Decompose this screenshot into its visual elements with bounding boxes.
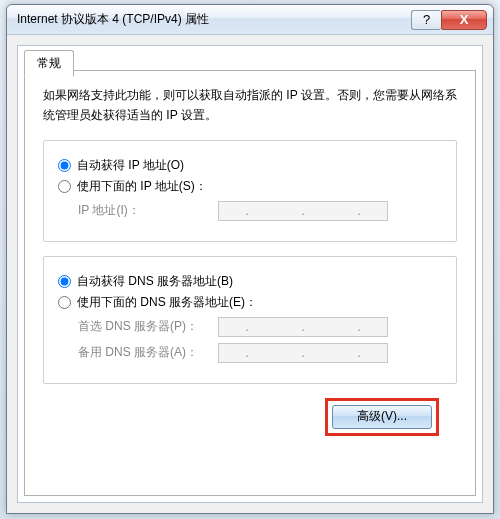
ip-address-input: ... bbox=[218, 201, 388, 221]
close-button[interactable]: X bbox=[441, 10, 487, 30]
advanced-button[interactable]: 高级(V)... bbox=[332, 405, 432, 429]
radio-ip-manual-label: 使用下面的 IP 地址(S)： bbox=[77, 178, 207, 195]
dns-alternate-label: 备用 DNS 服务器(A)： bbox=[58, 344, 218, 361]
radio-ip-auto[interactable]: 自动获得 IP 地址(O) bbox=[58, 157, 442, 174]
help-icon: ? bbox=[423, 12, 430, 27]
ip-address-group: 自动获得 IP 地址(O) 使用下面的 IP 地址(S)： IP 地址(I)： … bbox=[43, 140, 457, 242]
dns-alternate-row: 备用 DNS 服务器(A)： ... bbox=[58, 343, 442, 363]
ip-address-row: IP 地址(I)： ... bbox=[58, 201, 442, 221]
tab-general[interactable]: 常规 bbox=[24, 50, 74, 77]
dialog-window: Internet 协议版本 4 (TCP/IPv4) 属性 ? X 常规 如果网… bbox=[6, 4, 494, 514]
radio-ip-auto-input[interactable] bbox=[58, 159, 71, 172]
tabstrip: 常规 bbox=[24, 50, 74, 77]
radio-dns-auto-label: 自动获得 DNS 服务器地址(B) bbox=[77, 273, 233, 290]
radio-dns-auto-input[interactable] bbox=[58, 275, 71, 288]
radio-dns-manual[interactable]: 使用下面的 DNS 服务器地址(E)： bbox=[58, 294, 442, 311]
titlebar[interactable]: Internet 协议版本 4 (TCP/IPv4) 属性 ? X bbox=[7, 5, 493, 35]
dns-preferred-row: 首选 DNS 服务器(P)： ... bbox=[58, 317, 442, 337]
window-title: Internet 协议版本 4 (TCP/IPv4) 属性 bbox=[17, 11, 411, 28]
ip-address-label: IP 地址(I)： bbox=[58, 202, 218, 219]
tab-page-general: 如果网络支持此功能，则可以获取自动指派的 IP 设置。否则，您需要从网络系统管理… bbox=[24, 70, 476, 496]
radio-dns-auto[interactable]: 自动获得 DNS 服务器地址(B) bbox=[58, 273, 442, 290]
advanced-row: 高级(V)... bbox=[43, 398, 457, 436]
client-area: 常规 如果网络支持此功能，则可以获取自动指派的 IP 设置。否则，您需要从网络系… bbox=[17, 45, 483, 503]
close-icon: X bbox=[460, 12, 469, 27]
titlebar-buttons: ? X bbox=[411, 10, 487, 30]
dns-preferred-label: 首选 DNS 服务器(P)： bbox=[58, 318, 218, 335]
dns-preferred-input: ... bbox=[218, 317, 388, 337]
help-button[interactable]: ? bbox=[411, 10, 441, 30]
radio-dns-manual-label: 使用下面的 DNS 服务器地址(E)： bbox=[77, 294, 257, 311]
description-text: 如果网络支持此功能，则可以获取自动指派的 IP 设置。否则，您需要从网络系统管理… bbox=[43, 85, 457, 126]
radio-dns-manual-input[interactable] bbox=[58, 296, 71, 309]
dns-alternate-input: ... bbox=[218, 343, 388, 363]
radio-ip-manual-input[interactable] bbox=[58, 180, 71, 193]
radio-ip-auto-label: 自动获得 IP 地址(O) bbox=[77, 157, 184, 174]
dns-group: 自动获得 DNS 服务器地址(B) 使用下面的 DNS 服务器地址(E)： 首选… bbox=[43, 256, 457, 384]
radio-ip-manual[interactable]: 使用下面的 IP 地址(S)： bbox=[58, 178, 442, 195]
advanced-highlight: 高级(V)... bbox=[325, 398, 439, 436]
